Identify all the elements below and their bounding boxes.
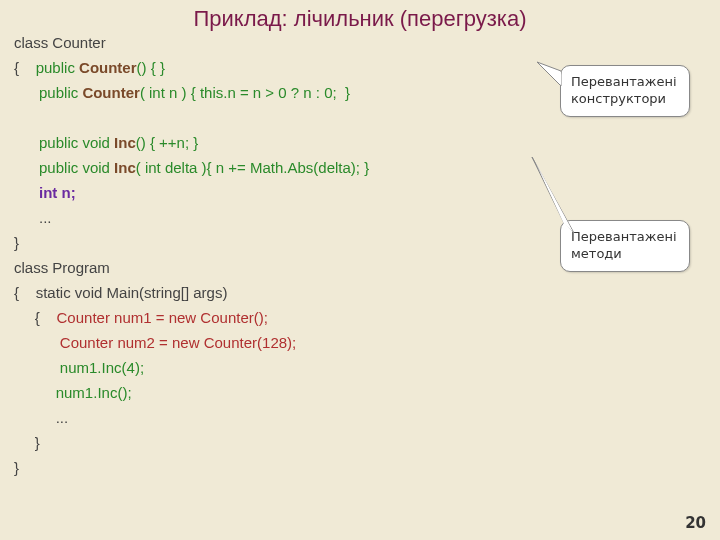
code-line: int n; [14, 180, 369, 205]
callout-text: Перевантажені [571, 74, 677, 89]
callout-methods: Перевантажені методи [560, 220, 690, 272]
code-line: public void Inc( int delta ){ n += Math.… [14, 155, 369, 180]
code-block: class Counter { public Counter() { } pub… [14, 30, 369, 480]
code-line: public void Inc() { ++n; } [14, 130, 369, 155]
code-line: } [14, 230, 369, 255]
code-line: num1.Inc(); [14, 380, 369, 405]
code-line: { Counter num1 = new Counter(); [14, 305, 369, 330]
code-line: { static void Main(string[] args) [14, 280, 369, 305]
code-line: num1.Inc(4); [14, 355, 369, 380]
callout-tail-icon [526, 151, 586, 241]
code-line: ... [14, 405, 369, 430]
code-line: Counter num2 = new Counter(128); [14, 330, 369, 355]
code-line: { public Counter() { } [14, 55, 369, 80]
code-line: } [14, 455, 369, 480]
callout-text: конструктори [571, 91, 666, 106]
code-line: } [14, 430, 369, 455]
callout-tail-icon [533, 56, 573, 96]
code-line: public Counter( int n ) { this.n = n > 0… [14, 80, 369, 105]
slide-title: Приклад: лічильник (перегрузка) [0, 0, 720, 32]
code-line: class Counter [14, 30, 369, 55]
code-blank [14, 105, 369, 130]
callout-constructors: Перевантажені конструктори [560, 65, 690, 117]
page-number: 20 [685, 514, 706, 532]
code-line: ... [14, 205, 369, 230]
code-line: class Program [14, 255, 369, 280]
callout-text: Перевантажені [571, 229, 677, 244]
callout-text: методи [571, 246, 622, 261]
